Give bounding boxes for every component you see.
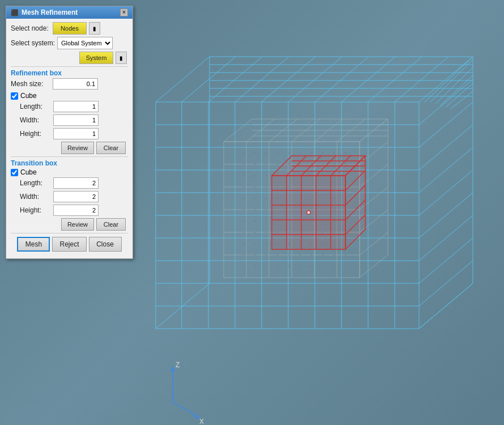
svg-point-161 xyxy=(254,254,255,256)
svg-point-115 xyxy=(254,186,255,188)
select-node-label: Select node: xyxy=(11,24,50,32)
svg-point-98 xyxy=(277,164,278,165)
width-input-2[interactable] xyxy=(53,191,99,202)
svg-point-85 xyxy=(243,152,244,154)
svg-point-175 xyxy=(300,266,301,267)
svg-line-31 xyxy=(208,57,262,102)
mesh-size-label: Mesh size: xyxy=(11,80,50,88)
svg-point-165 xyxy=(300,254,301,256)
svg-point-114 xyxy=(243,186,244,188)
svg-point-96 xyxy=(254,164,255,165)
svg-point-122 xyxy=(243,198,244,199)
svg-point-171 xyxy=(254,266,255,267)
review-button-1[interactable]: Review xyxy=(61,142,94,154)
height-input-1[interactable] xyxy=(53,128,99,139)
svg-point-106 xyxy=(254,175,255,176)
length-input-1[interactable] xyxy=(53,101,99,112)
svg-line-46 xyxy=(419,125,473,170)
transition-box-label: Transition box xyxy=(11,159,128,167)
svg-point-160 xyxy=(243,254,244,256)
length-label-1: Length: xyxy=(20,103,51,110)
width-label-2: Width: xyxy=(20,193,51,201)
svg-line-49 xyxy=(419,193,473,238)
svg-point-123 xyxy=(254,198,255,199)
reject-button[interactable]: Reject xyxy=(52,237,86,252)
svg-point-135 xyxy=(243,220,244,222)
svg-line-33 xyxy=(262,57,315,102)
system-dropdown[interactable]: Global System Local System xyxy=(57,37,113,49)
svg-line-51 xyxy=(419,238,473,283)
svg-point-129 xyxy=(243,209,244,210)
svg-point-163 xyxy=(277,254,278,256)
cube-checkbox-row-1: Cube xyxy=(11,92,128,100)
svg-line-37 xyxy=(368,57,422,102)
svg-line-206 xyxy=(173,402,198,416)
svg-point-164 xyxy=(288,254,289,256)
length-input-2[interactable] xyxy=(53,177,99,189)
nodes-nav-button[interactable]: ▮ xyxy=(89,22,100,35)
clear-button-1[interactable]: Clear xyxy=(96,142,126,154)
svg-point-88 xyxy=(277,152,278,154)
titlebar-left: ⬛ Mesh Refinement xyxy=(11,8,78,16)
svg-point-168 xyxy=(334,254,335,256)
cube-label-2: Cube xyxy=(20,168,37,176)
bottom-buttons-row: Mesh Reject Close xyxy=(11,233,128,255)
height-label-2: Height: xyxy=(20,206,51,214)
svg-line-30 xyxy=(182,57,236,102)
length-row-2: Length: xyxy=(11,177,128,189)
svg-point-107 xyxy=(266,175,267,176)
svg-point-136 xyxy=(254,220,255,222)
svg-line-36 xyxy=(341,57,395,102)
nodes-button[interactable]: Nodes xyxy=(53,22,87,35)
cube-checkbox-2[interactable] xyxy=(11,169,18,176)
system-nav-button[interactable]: ▮ xyxy=(116,52,127,64)
svg-line-5 xyxy=(419,57,473,102)
divider-2 xyxy=(11,156,128,157)
svg-point-177 xyxy=(322,266,323,267)
svg-point-176 xyxy=(311,266,312,267)
system-button[interactable]: System xyxy=(79,52,113,64)
svg-line-34 xyxy=(288,57,342,102)
height-input-2[interactable] xyxy=(53,205,99,216)
dialog-icon: ⬛ xyxy=(11,9,19,16)
mesh-size-row: Mesh size: xyxy=(11,78,128,90)
dialog-close-button[interactable]: × xyxy=(120,8,128,16)
svg-text:X: X xyxy=(199,418,204,425)
mesh-button[interactable]: Mesh xyxy=(17,237,50,252)
cube-checkbox-1[interactable] xyxy=(11,92,18,100)
review-button-2[interactable]: Review xyxy=(61,218,94,231)
svg-line-50 xyxy=(419,215,473,261)
select-system-row: Select system: Global System Local Syste… xyxy=(11,37,128,49)
svg-point-202 xyxy=(307,211,310,214)
svg-line-48 xyxy=(419,170,473,215)
axis-x: X xyxy=(173,402,204,425)
svg-text:Z: Z xyxy=(176,361,180,369)
svg-point-166 xyxy=(311,254,312,256)
svg-point-151 xyxy=(254,243,255,244)
review-clear-row-1: Review Clear xyxy=(11,142,128,154)
svg-point-86 xyxy=(254,152,255,154)
mesh-refinement-dialog: ⬛ Mesh Refinement × Select node: Nodes ▮… xyxy=(6,6,133,259)
svg-line-11 xyxy=(419,283,473,329)
svg-line-52 xyxy=(419,261,473,306)
width-input-1[interactable] xyxy=(53,114,99,126)
svg-point-97 xyxy=(266,164,267,165)
clear-button-2[interactable]: Clear xyxy=(96,218,126,231)
svg-point-124 xyxy=(266,198,267,199)
svg-point-178 xyxy=(334,266,335,267)
refinement-box-label: Refinement box xyxy=(11,69,128,77)
mesh-size-input[interactable] xyxy=(53,78,98,90)
svg-point-169 xyxy=(345,254,346,256)
system-button-row: System ▮ xyxy=(11,52,128,64)
close-button[interactable]: Close xyxy=(89,237,122,252)
svg-point-179 xyxy=(345,266,346,267)
svg-line-32 xyxy=(235,57,289,102)
svg-point-170 xyxy=(243,266,244,267)
svg-point-167 xyxy=(322,254,323,256)
svg-point-137 xyxy=(266,220,267,222)
svg-point-92 xyxy=(322,152,323,154)
svg-point-142 xyxy=(243,232,244,233)
axis-z: Z xyxy=(170,361,180,402)
svg-point-105 xyxy=(243,175,244,176)
svg-line-45 xyxy=(419,102,473,147)
